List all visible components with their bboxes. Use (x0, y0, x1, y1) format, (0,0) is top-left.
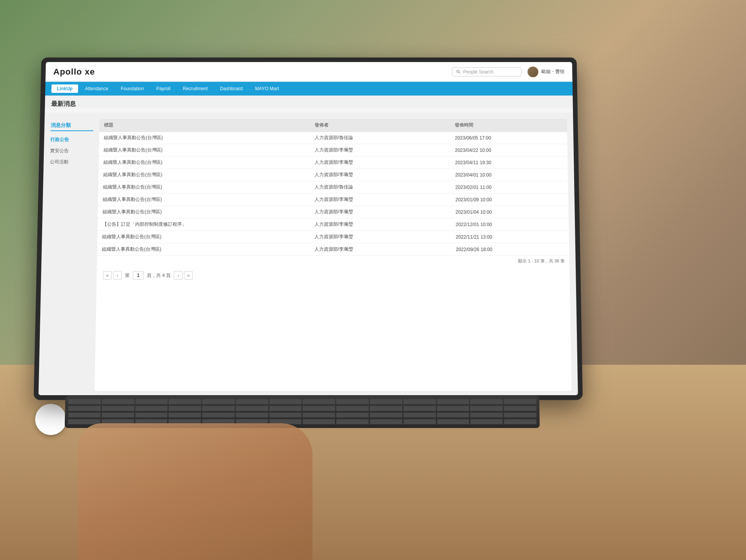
table-row[interactable]: 組織暨人事異動公告(台灣區) 人力資源部/李珮瑩 2023/01/04 10:0… (98, 206, 568, 218)
main-content: 消息分類 行政公告 實安公告 公司活動 標題 發佈者 發佈時間 (39, 113, 578, 395)
sidebar-item-events[interactable]: 公司活動 (50, 157, 93, 168)
search-icon (456, 70, 461, 74)
laptop-screen: Apollo xe People Search 歐姐・曹恒 (39, 62, 578, 395)
header-right: People Search 歐姐・曹恒 (452, 66, 565, 77)
table-row[interactable]: 組織暨人事異動公告(台灣區) 人力資源部/李珮瑩 2022/09/26 18:0… (97, 243, 569, 256)
cell-author: 人力資源部/魯佳論 (310, 132, 450, 144)
cell-date: 2022/09/26 18:00 (451, 243, 569, 256)
cell-title: 組織暨人事異動公告(台灣區) (98, 206, 310, 218)
cell-title: 組織暨人事異動公告(台灣區) (99, 156, 310, 169)
table-row[interactable]: 組織暨人事異動公告(台灣區) 人力資源部/李珮瑩 2022/11/21 13:0… (97, 231, 569, 243)
cell-date: 2023/01/04 10:00 (451, 206, 569, 218)
cell-date: 2023/06/05 17:00 (450, 132, 568, 144)
cell-author: 人力資源部/李珮瑩 (310, 243, 452, 256)
cell-author: 人力資源部/李珮瑩 (310, 218, 451, 231)
sidebar-item-purchase[interactable]: 實安公告 (50, 145, 93, 157)
table-row[interactable]: 組織暨人事異動公告(台灣區) 人力資源部/魯佳論 2023/06/05 17:0… (99, 132, 568, 144)
col-header-date: 發佈時間 (450, 119, 567, 132)
pagination-area: « ‹ 第 頁，共 4 頁 › » (96, 266, 569, 284)
cell-author: 人力資源部/李珮瑩 (310, 231, 451, 243)
content-area: 標題 發佈者 發佈時間 組織暨人事異動公告(台灣區) 人力資源部/魯佳論 202… (95, 119, 571, 391)
nav-item-foundation[interactable]: Foundation (115, 84, 149, 93)
last-page-btn[interactable]: » (184, 271, 193, 280)
search-box[interactable]: People Search (452, 67, 521, 76)
table-row[interactable]: 組織暨人事異動公告(台灣區) 人力資源部/李珮瑩 2023/04/22 10:0… (99, 144, 568, 157)
cell-author: 人力資源部/魯佳論 (310, 181, 451, 193)
cell-date: 2023/02/01 11:00 (451, 181, 568, 193)
page-suffix: 頁，共 4 頁 (147, 272, 171, 279)
app-nav: LinkUp Attendance Foundation Payroll Rec… (45, 82, 573, 95)
nav-item-mayomart[interactable]: MAYO Mart (250, 84, 284, 93)
app-logo: Apollo xe (53, 67, 95, 77)
cell-title: 組織暨人事異動公告(台灣區) (99, 144, 310, 157)
first-page-btn[interactable]: « (103, 271, 111, 280)
col-header-title: 標題 (99, 119, 310, 132)
col-header-author: 發佈者 (310, 119, 450, 132)
user-info: 歐姐・曹恒 (527, 66, 564, 77)
cell-date: 2022/11/21 13:00 (451, 231, 569, 243)
nav-item-attendance[interactable]: Attendance (79, 84, 114, 93)
next-page-btn[interactable]: › (174, 271, 182, 280)
cell-author: 人力資源部/李珮瑩 (310, 206, 451, 218)
summary-text: 顯示 1 - 10 筆，共 38 筆 (97, 256, 569, 266)
cell-title: 【公告】訂定「內部控制制度修訂程序」 (98, 218, 310, 231)
cell-author: 人力資源部/李珮瑩 (310, 156, 450, 169)
nav-item-payroll[interactable]: Payroll (151, 84, 176, 93)
table-row[interactable]: 組織暨人事異動公告(台灣區) 人力資源部/魯佳論 2023/02/01 11:0… (98, 181, 568, 193)
pagination-controls: « ‹ 第 頁，共 4 頁 › » (103, 271, 193, 280)
app-header: Apollo xe People Search 歐姐・曹恒 (45, 62, 572, 82)
nav-item-dashboard[interactable]: Dashboard (215, 84, 248, 93)
prev-page-btn[interactable]: ‹ (113, 271, 122, 280)
table-row[interactable]: 【公告】訂定「內部控制制度修訂程序」 人力資源部/李珮瑩 2022/12/01 … (98, 218, 569, 231)
table-row[interactable]: 組織暨人事異動公告(台灣區) 人力資源部/李珮瑩 2023/04/01 10:0… (98, 169, 568, 181)
cell-date: 2022/12/01 10:00 (451, 218, 569, 231)
laptop: Apollo xe People Search 歐姐・曹恒 (33, 57, 647, 440)
page-label: 第 (125, 272, 130, 279)
search-placeholder: People Search (463, 69, 494, 75)
nav-item-recruitment[interactable]: Recruitment (177, 84, 213, 93)
sidebar-item-admin[interactable]: 行政公告 (50, 134, 93, 146)
cell-title: 組織暨人事異動公告(台灣區) (98, 193, 310, 206)
cell-date: 2023/04/11 19:30 (450, 156, 568, 169)
hand-overlay (78, 423, 312, 560)
cell-title: 組織暨人事異動公告(台灣區) (97, 231, 310, 243)
laptop-screen-frame: Apollo xe People Search 歐姐・曹恒 (34, 57, 583, 400)
page-title-area: 最新消息 (45, 96, 573, 108)
cell-title: 組織暨人事異動公告(台灣區) (98, 169, 310, 181)
page-title: 最新消息 (51, 100, 567, 108)
svg-line-1 (459, 72, 460, 73)
table-row[interactable]: 組織暨人事異動公告(台灣區) 人力資源部/李珮瑩 2023/04/11 19:3… (99, 156, 568, 169)
cell-title: 組織暨人事異動公告(台灣區) (98, 181, 310, 193)
announcements-table: 標題 發佈者 發佈時間 組織暨人事異動公告(台灣區) 人力資源部/魯佳論 202… (97, 119, 569, 256)
cell-author: 人力資源部/李珮瑩 (310, 193, 451, 206)
cell-author: 人力資源部/李珮瑩 (310, 144, 450, 157)
cell-title: 組織暨人事異動公告(台灣區) (97, 243, 310, 256)
cell-date: 2023/04/01 10:00 (450, 169, 568, 181)
page-number-input[interactable] (133, 271, 144, 280)
cell-author: 人力資源部/李珮瑩 (310, 169, 451, 181)
cell-date: 2023/04/22 10:00 (450, 144, 568, 157)
cell-date: 2023/01/09 10:00 (451, 193, 568, 206)
table-row[interactable]: 組織暨人事異動公告(台灣區) 人力資源部/李珮瑩 2023/01/09 10:0… (98, 193, 568, 206)
nav-item-linkup[interactable]: LinkUp (52, 84, 78, 93)
cell-title: 組織暨人事異動公告(台灣區) (99, 132, 310, 144)
sidebar-section-title: 消息分類 (50, 119, 93, 131)
svg-point-0 (457, 70, 459, 72)
avatar (527, 66, 538, 77)
user-name: 歐姐・曹恒 (541, 68, 564, 75)
sidebar: 消息分類 行政公告 實安公告 公司活動 (45, 119, 93, 391)
